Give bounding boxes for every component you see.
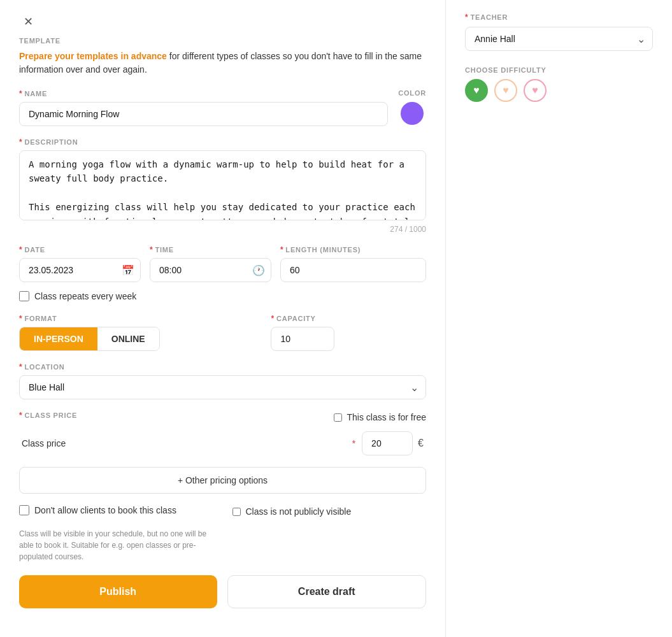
color-field-wrap: COLOR bbox=[398, 89, 426, 125]
name-color-row: * NAME COLOR bbox=[19, 89, 426, 126]
length-label: * LENGTH (MINUTES) bbox=[280, 245, 426, 254]
date-input[interactable] bbox=[19, 258, 141, 282]
color-label: COLOR bbox=[398, 89, 426, 97]
name-label: * NAME bbox=[19, 89, 388, 98]
class-repeats-checkbox[interactable] bbox=[19, 291, 29, 301]
name-required-star: * bbox=[19, 89, 22, 98]
name-input[interactable] bbox=[19, 102, 388, 126]
location-group: * LOCATION Blue Hall Red Hall Studio 1 ⌄ bbox=[19, 362, 426, 399]
price-input[interactable] bbox=[362, 431, 413, 455]
difficulty-medium-button[interactable]: ♥ bbox=[494, 79, 517, 102]
format-online-button[interactable]: ONLINE bbox=[97, 327, 159, 350]
difficulty-hearts: ♥ ♥ ♥ bbox=[465, 79, 653, 102]
template-label: TEMPLATE bbox=[19, 37, 426, 45]
date-label: * DATE bbox=[19, 245, 141, 254]
dont-allow-checkbox[interactable] bbox=[19, 505, 29, 515]
teacher-group: * TEACHER Annie Hall John Doe Jane Smith… bbox=[465, 13, 653, 51]
capacity-input[interactable] bbox=[271, 327, 334, 351]
time-input-wrap: 🕐 bbox=[150, 258, 271, 282]
publish-button[interactable]: Publish bbox=[19, 575, 217, 608]
location-select[interactable]: Blue Hall Red Hall Studio 1 bbox=[19, 375, 426, 399]
not-public-label[interactable]: Class is not publicly visible bbox=[246, 506, 352, 517]
class-repeats-row: Class repeats every week bbox=[19, 291, 426, 301]
location-label: * LOCATION bbox=[19, 362, 426, 371]
capacity-wrap: * CAPACITY bbox=[271, 314, 426, 351]
price-row: Class price * € bbox=[19, 431, 426, 455]
class-repeats-label[interactable]: Class repeats every week bbox=[34, 291, 136, 301]
color-picker[interactable] bbox=[401, 102, 424, 125]
right-panel: * TEACHER Annie Hall John Doe Jane Smith… bbox=[446, 0, 672, 637]
price-input-wrap: € bbox=[362, 431, 424, 455]
difficulty-group: CHOOSE DIFFICULTY ♥ ♥ ♥ bbox=[465, 66, 653, 102]
description-label: * DESCRIPTION bbox=[19, 138, 426, 147]
left-panel: ✕ TEMPLATE Prepare your templates in adv… bbox=[0, 0, 446, 637]
time-input[interactable] bbox=[150, 258, 271, 282]
date-input-wrap: 📅 bbox=[19, 258, 141, 282]
date-field-wrap: * DATE 📅 bbox=[19, 245, 141, 282]
teacher-select-wrap: Annie Hall John Doe Jane Smith ⌄ bbox=[465, 27, 653, 51]
other-pricing-button[interactable]: + Other pricing options bbox=[19, 467, 426, 494]
dont-allow-label[interactable]: Don't allow clients to book this class bbox=[34, 505, 176, 515]
teacher-label: * TEACHER bbox=[465, 13, 653, 22]
length-input[interactable] bbox=[280, 258, 426, 282]
format-toggle: IN-PERSON ONLINE bbox=[19, 327, 160, 351]
dont-allow-wrap: Don't allow clients to book this class C… bbox=[19, 505, 213, 562]
template-link[interactable]: Prepare your templates in advance bbox=[19, 51, 167, 61]
class-price-label: * CLASS PRICE bbox=[19, 411, 77, 420]
format-label: * FORMAT bbox=[19, 314, 252, 323]
description-textarea[interactable]: A morning yoga flow with a dynamic warm-… bbox=[19, 150, 426, 220]
free-class-checkbox[interactable] bbox=[334, 413, 342, 422]
not-public-wrap: Class is not publicly visible bbox=[232, 505, 427, 517]
dont-allow-hint: Class will be visible in your schedule, … bbox=[19, 528, 213, 562]
create-draft-button[interactable]: Create draft bbox=[227, 575, 427, 608]
free-class-label[interactable]: This class is for free bbox=[347, 412, 426, 422]
not-public-checkbox[interactable] bbox=[232, 508, 241, 516]
difficulty-label: CHOOSE DIFFICULTY bbox=[465, 66, 653, 74]
difficulty-hard-button[interactable]: ♥ bbox=[524, 79, 547, 102]
free-checkbox-row: This class is for free bbox=[334, 412, 426, 422]
price-header-row: * CLASS PRICE This class is for free bbox=[19, 411, 426, 424]
bottom-options-row: Don't allow clients to book this class C… bbox=[19, 505, 426, 562]
name-field-wrap: * NAME bbox=[19, 89, 388, 126]
price-row-label: Class price bbox=[22, 438, 346, 448]
class-price-group: * CLASS PRICE This class is for free Cla… bbox=[19, 411, 426, 455]
description-group: * DESCRIPTION A morning yoga flow with a… bbox=[19, 138, 426, 234]
description-required-star: * bbox=[19, 138, 22, 147]
location-select-wrap: Blue Hall Red Hall Studio 1 ⌄ bbox=[19, 375, 426, 399]
time-field-wrap: * TIME 🕐 bbox=[150, 245, 271, 282]
format-wrap: * FORMAT IN-PERSON ONLINE bbox=[19, 314, 252, 351]
price-required-star: * bbox=[352, 438, 355, 448]
char-count: 274 / 1000 bbox=[19, 225, 426, 234]
template-description: Prepare your templates in advance for di… bbox=[19, 50, 426, 76]
currency-symbol: € bbox=[418, 438, 424, 449]
close-button[interactable]: ✕ bbox=[19, 13, 37, 31]
difficulty-easy-button[interactable]: ♥ bbox=[465, 79, 488, 102]
action-row: Publish Create draft bbox=[19, 575, 426, 608]
capacity-label: * CAPACITY bbox=[271, 314, 426, 323]
format-in-person-button[interactable]: IN-PERSON bbox=[20, 327, 97, 350]
dont-allow-checkbox-row: Don't allow clients to book this class bbox=[19, 505, 213, 515]
time-label: * TIME bbox=[150, 245, 271, 254]
format-capacity-row: * FORMAT IN-PERSON ONLINE * CAPACITY bbox=[19, 314, 426, 351]
date-time-row: * DATE 📅 * TIME 🕐 bbox=[19, 245, 426, 282]
teacher-select[interactable]: Annie Hall John Doe Jane Smith bbox=[465, 27, 653, 51]
length-field-wrap: * LENGTH (MINUTES) bbox=[280, 245, 426, 282]
